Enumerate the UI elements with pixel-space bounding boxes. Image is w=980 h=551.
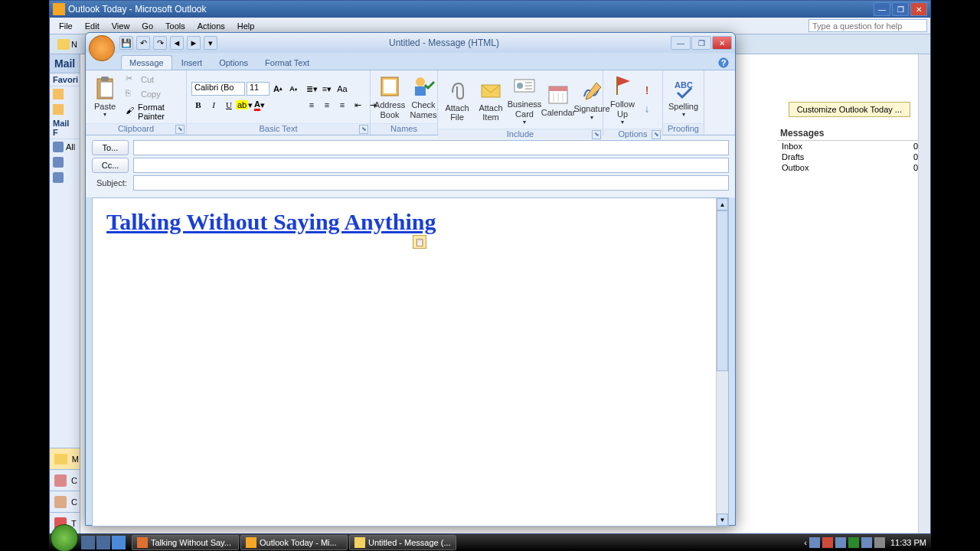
new-button[interactable]: N (53, 37, 82, 51)
spelling-button[interactable]: ABCSpelling▾ (666, 74, 701, 120)
high-importance-icon[interactable]: ! (640, 83, 654, 97)
business-card-button[interactable]: Business Card▾ (508, 72, 541, 127)
qat-redo-icon[interactable]: ↷ (153, 36, 167, 50)
menu-tools[interactable]: Tools (159, 19, 191, 33)
tray-network-icon[interactable] (861, 537, 872, 548)
start-button[interactable] (51, 524, 78, 551)
tray-icon[interactable] (822, 537, 833, 548)
address-book-button[interactable]: Address Book (374, 73, 406, 121)
nav-mail-folders[interactable]: Mail F (50, 117, 80, 139)
taskbar-item-outlook[interactable]: Outlook Today - Mi... (240, 535, 348, 550)
check-names-button[interactable]: Check Names (407, 73, 439, 121)
align-center-icon[interactable]: ≡ (320, 98, 334, 112)
pasted-hyperlink-heading[interactable]: Talking Without Saying Anything (106, 209, 436, 234)
menu-edit[interactable]: Edit (79, 19, 106, 33)
low-importance-icon[interactable]: ↓ (640, 102, 654, 116)
nav-fav-item[interactable] (50, 86, 80, 102)
scroll-down-icon[interactable]: ▼ (717, 514, 728, 526)
qat-undo-icon[interactable]: ↶ (136, 36, 150, 50)
ribbon-help-icon[interactable]: ? (717, 56, 730, 70)
maximize-button[interactable]: ❐ (892, 2, 909, 16)
compose-close-button[interactable]: ✕ (712, 36, 732, 50)
compose-minimize-button[interactable]: — (671, 36, 691, 50)
attach-item-button[interactable]: Attach Item (475, 76, 507, 124)
scroll-up-icon[interactable]: ▲ (717, 198, 728, 210)
tab-format-text[interactable]: Format Text (257, 56, 317, 70)
nav-button-mail[interactable]: M (50, 448, 80, 469)
tray-volume-icon[interactable] (874, 537, 885, 548)
messages-row-outbox[interactable]: Outbox0 (777, 162, 923, 173)
follow-up-button[interactable]: Follow Up▾ (606, 72, 639, 127)
font-size-select[interactable]: 11 (247, 82, 270, 96)
taskbar-item-firefox[interactable]: Talking Without Say... (132, 535, 239, 550)
minimize-button[interactable]: — (874, 2, 890, 16)
underline-icon[interactable]: U (222, 98, 236, 112)
include-dialog-launcher[interactable]: ⬊ (592, 130, 601, 139)
copy-button[interactable]: ⎘Copy (122, 87, 183, 101)
body-scrollbar[interactable]: ▲ ▼ (716, 198, 728, 526)
clipboard-dialog-launcher[interactable]: ⬊ (175, 125, 185, 134)
decrease-indent-icon[interactable]: ⇤ (351, 98, 364, 112)
menu-file[interactable]: File (53, 19, 79, 33)
customize-outlook-today-button[interactable]: Customize Outlook Today ... (789, 102, 910, 117)
taskbar-clock[interactable]: 11:33 PM (890, 538, 926, 547)
align-left-icon[interactable]: ≡ (305, 98, 318, 112)
cc-field[interactable] (133, 158, 729, 173)
format-painter-button[interactable]: 🖌Format Painter (122, 102, 183, 122)
nav-button-contacts[interactable]: C (50, 491, 80, 512)
basic-text-dialog-launcher[interactable]: ⬊ (359, 125, 368, 134)
office-button[interactable] (89, 35, 115, 61)
nav-folder-item[interactable] (50, 170, 80, 185)
highlight-icon[interactable]: ab▾ (237, 98, 251, 112)
paste-button[interactable]: Paste▾ (89, 74, 121, 120)
close-button[interactable]: ✕ (910, 2, 927, 16)
bullets-icon[interactable]: ≣▾ (305, 82, 318, 96)
tray-icon[interactable] (809, 537, 820, 548)
tab-insert[interactable]: Insert (174, 56, 211, 70)
options-dialog-launcher[interactable]: ⬊ (652, 130, 661, 139)
font-family-select[interactable]: Calibri (Bo (191, 82, 245, 96)
menu-view[interactable]: View (106, 19, 136, 33)
nav-fav-item[interactable] (50, 102, 80, 117)
subject-field[interactable] (133, 175, 729, 191)
today-scrollbar[interactable] (918, 54, 930, 533)
italic-icon[interactable]: I (207, 98, 220, 112)
nav-all-mail[interactable]: All (50, 139, 80, 155)
nav-favorite-folders[interactable]: Favori (50, 73, 80, 86)
scroll-thumb[interactable] (717, 210, 728, 371)
menu-help[interactable]: Help (231, 19, 261, 33)
tray-icon[interactable] (835, 537, 846, 548)
tab-options[interactable]: Options (211, 56, 256, 70)
compose-maximize-button[interactable]: ❐ (691, 36, 711, 50)
cc-button[interactable]: Cc... (92, 158, 129, 173)
bold-icon[interactable]: B (191, 98, 205, 112)
numbering-icon[interactable]: ≡▾ (320, 82, 334, 96)
font-color-icon[interactable]: A▾ (253, 98, 266, 112)
to-button[interactable]: To... (92, 140, 129, 155)
qat-save-icon[interactable]: 💾 (119, 36, 133, 50)
grow-font-icon[interactable]: A▴ (271, 82, 285, 96)
taskbar-item-message[interactable]: Untitled - Message (... (349, 535, 456, 550)
nav-folder-item[interactable] (50, 155, 80, 170)
message-body[interactable]: ▲ ▼ Talking Without Saying Anything 📋 (92, 197, 729, 527)
tray-icon[interactable] (848, 537, 859, 548)
paste-options-smarttag-icon[interactable]: 📋 (413, 235, 426, 249)
help-question-input[interactable] (808, 19, 927, 32)
messages-row-inbox[interactable]: Inbox0 (777, 141, 923, 152)
shrink-font-icon[interactable]: A▾ (286, 82, 300, 96)
tray-expand-icon[interactable]: ‹ (804, 538, 807, 547)
qat-customize-icon[interactable]: ▾ (204, 36, 217, 50)
quick-launch-ie-icon[interactable] (112, 536, 126, 549)
attach-file-button[interactable]: Attach File (441, 76, 473, 124)
to-field[interactable] (133, 140, 729, 155)
cut-button[interactable]: ✂Cut (122, 73, 183, 86)
menu-go[interactable]: Go (136, 19, 159, 33)
align-right-icon[interactable]: ≡ (335, 98, 349, 112)
tab-message[interactable]: Message (121, 55, 172, 70)
nav-button-calendar[interactable]: C (50, 469, 80, 491)
calendar-button[interactable]: Calendar (542, 80, 574, 119)
menu-actions[interactable]: Actions (191, 19, 231, 33)
messages-row-drafts[interactable]: Drafts0 (777, 152, 923, 162)
clear-format-icon[interactable]: Aa (335, 82, 349, 96)
quick-launch-show-desktop-icon[interactable] (81, 536, 95, 549)
